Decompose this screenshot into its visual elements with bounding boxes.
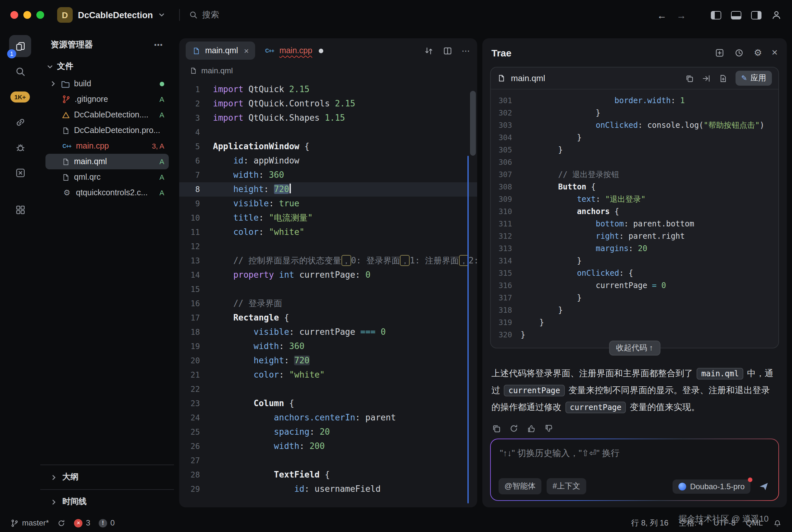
sidebar-item-search[interactable] — [9, 60, 31, 82]
tree-item-DcCableDetection-pro-[interactable]: DcCableDetection.pro... — [45, 122, 169, 138]
code-line-16[interactable]: 16 // 登录界面 — [179, 297, 477, 311]
sidebar-item-debug[interactable] — [9, 136, 31, 158]
code-line-14[interactable]: 14 property int currentPage: 0 — [179, 268, 477, 282]
new-chat-icon[interactable] — [715, 48, 724, 57]
sync-icon[interactable] — [57, 519, 66, 527]
tree-item-main-cpp[interactable]: C++main.cpp3, A — [45, 138, 169, 154]
more-actions-icon[interactable]: ⋯ — [154, 40, 164, 50]
code-line-25[interactable]: 25 spacing: 20 — [179, 425, 477, 439]
model-selector[interactable]: Doubao-1.5-pro — [673, 479, 751, 493]
toggle-left-panel-icon[interactable] — [711, 11, 721, 19]
inline-code-chip[interactable]: main.qml — [697, 368, 744, 380]
git-branch-item[interactable]: master* — [11, 518, 49, 528]
code-line-11[interactable]: 11 color: "white" — [179, 225, 477, 240]
problems-errors[interactable]: × 3 — [74, 518, 90, 528]
history-icon[interactable] — [734, 48, 744, 57]
code-line-28[interactable]: 28 TextField { — [179, 468, 477, 482]
code-line-2[interactable]: 2import QtQuick.Controls 2.15 — [179, 97, 477, 111]
code-line-9[interactable]: 9 visible: true — [179, 196, 477, 211]
thumbs-up-icon[interactable] — [527, 424, 536, 433]
ai-message: 上述代码将登录界面、注册界面和主界面都整合到了 main.qml 中，通过 cu… — [490, 365, 779, 416]
agent-chip[interactable]: @智能体 — [499, 478, 541, 494]
tree-item-qml-qrc[interactable]: qml.qrcA — [45, 169, 169, 185]
breadcrumb[interactable]: main.qml — [179, 63, 477, 78]
cursor-position[interactable]: 行 8, 列 16 — [631, 517, 669, 528]
code-line-23[interactable]: 23 Column { — [179, 396, 477, 411]
titlebar-divider — [179, 9, 180, 21]
close-window-button[interactable] — [11, 11, 18, 19]
sidebar-item-explorer[interactable]: 1 — [9, 35, 31, 57]
code-area[interactable]: 1import QtQuick 2.152import QtQuick.Cont… — [179, 78, 477, 496]
maximize-window-button[interactable] — [36, 11, 44, 19]
code-line-4[interactable]: 4 — [179, 125, 477, 139]
insert-code-icon[interactable] — [702, 74, 711, 83]
bell-icon[interactable] — [773, 519, 781, 527]
more-actions-icon[interactable]: ⋯ — [462, 46, 471, 55]
code-line-29[interactable]: 29 id: usernameField — [179, 482, 477, 496]
code-line-19[interactable]: 19 width: 360 — [179, 339, 477, 354]
tree-item-build[interactable]: build — [45, 76, 169, 92]
code-line-6[interactable]: 6 id: appWindow — [179, 154, 477, 168]
thumbs-down-icon[interactable] — [544, 424, 554, 433]
apply-button[interactable]: ✎ 应用 — [736, 71, 772, 86]
code-line-5[interactable]: 5ApplicationWindow { — [179, 139, 477, 154]
code-line-17[interactable]: 17 Rectangle { — [179, 311, 477, 325]
close-panel-icon[interactable]: × — [772, 48, 778, 58]
project-selector[interactable]: D DcCableDetection — [57, 7, 165, 23]
collapse-code-button[interactable]: 收起代码 ↑ — [609, 341, 661, 356]
problems-warnings[interactable]: ! 0 — [99, 518, 115, 528]
tree-item--gitignore[interactable]: .gitignoreA — [45, 92, 169, 107]
chat-input[interactable]: "↑↓" 切换历史输入，"⇧⏎" 换行 @智能体 #上下文 Doubao-1.5… — [490, 439, 779, 501]
sidebar-item-updates[interactable]: 1K+ — [9, 86, 31, 108]
split-editor-icon[interactable] — [443, 46, 453, 55]
code-line-13[interactable]: 13 // 控制界面显示的状态变量，0: 登录界面，1: 注册界面，2: 主界面 — [179, 254, 477, 268]
code-line-7[interactable]: 7 width: 360 — [179, 168, 477, 182]
line-number: 18 — [179, 325, 213, 339]
sidebar-item-output[interactable] — [9, 162, 31, 184]
outline-section-header[interactable]: 大纲 — [40, 464, 174, 489]
sidebar-item-remote[interactable] — [9, 111, 31, 133]
copy-icon[interactable] — [492, 424, 501, 433]
settings-gear-icon[interactable]: ⚙ — [754, 48, 762, 58]
code-line-22[interactable]: 22 — [179, 382, 477, 396]
toggle-bottom-panel-icon[interactable] — [731, 11, 741, 19]
minimize-window-button[interactable] — [23, 11, 31, 19]
explorer-badge: 1 — [7, 49, 16, 58]
ai-code-block[interactable]: 301 border.width: 1302 }303 onClicked: c… — [491, 90, 778, 348]
toggle-right-panel-icon[interactable] — [751, 11, 761, 19]
code-line-26[interactable]: 26 width: 200 — [179, 439, 477, 454]
files-section-header[interactable]: 文件 — [40, 56, 174, 75]
tab-main-qml[interactable]: main.qml × — [186, 41, 255, 60]
code-line-10[interactable]: 10 title: "电流测量" — [179, 211, 477, 225]
context-chip[interactable]: #上下文 — [547, 478, 586, 494]
tab-main-cpp[interactable]: C++ main.cpp — [258, 41, 330, 60]
code-line-27[interactable]: 27 — [179, 454, 477, 468]
code-line-1[interactable]: 1import QtQuick 2.15 — [179, 82, 477, 97]
sidebar-item-extensions[interactable] — [9, 198, 31, 221]
global-search[interactable]: 搜索 — [189, 9, 219, 21]
code-line-15[interactable]: 15 — [179, 282, 477, 297]
send-icon[interactable] — [758, 481, 769, 492]
inline-code-chip[interactable]: currentPage — [566, 402, 626, 413]
scrollbar-thumb[interactable] — [470, 91, 476, 156]
code-line-8[interactable]: 8 height: 720 — [179, 182, 477, 196]
code-line-3[interactable]: 3import QtQuick.Shapes 1.15 — [179, 111, 477, 125]
regenerate-icon[interactable] — [509, 424, 519, 433]
close-tab-icon[interactable]: × — [244, 46, 248, 55]
nav-back-icon[interactable]: ← — [657, 10, 667, 20]
account-icon[interactable] — [771, 10, 781, 20]
tree-item-DcCableDetection-[interactable]: DcCableDetection....A — [45, 107, 169, 122]
code-line-21[interactable]: 21 color: "white" — [179, 368, 477, 382]
copy-icon[interactable] — [685, 74, 694, 83]
code-line-20[interactable]: 20 height: 720 — [179, 354, 477, 368]
inline-code-chip[interactable]: currentPage — [504, 385, 565, 396]
diff-icon[interactable] — [424, 46, 434, 55]
code-line-18[interactable]: 18 visible: currentPage === 0 — [179, 325, 477, 339]
code-line-24[interactable]: 24 anchors.centerIn: parent — [179, 411, 477, 425]
tree-item-qtquickcontrols2-c-[interactable]: ⚙qtquickcontrols2.c...A — [45, 185, 169, 201]
new-file-icon[interactable] — [719, 74, 728, 83]
nav-forward-icon[interactable]: → — [677, 10, 686, 20]
code-line-12[interactable]: 12 — [179, 240, 477, 254]
tree-item-main-qml[interactable]: main.qmlA — [45, 154, 169, 169]
timeline-section-header[interactable]: 时间线 — [40, 489, 174, 514]
